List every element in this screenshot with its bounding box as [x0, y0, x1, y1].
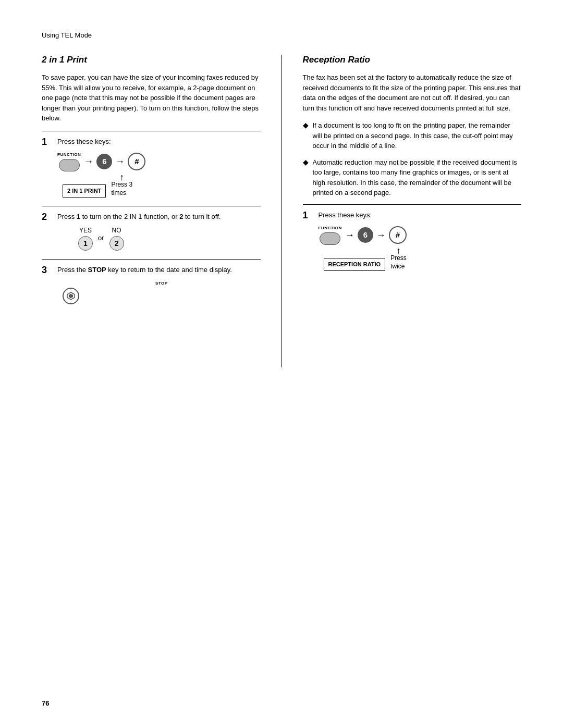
step-1-text: Press these keys: [57, 137, 261, 147]
up-arrow-right: ↑ [396, 247, 401, 254]
function-key-oval [59, 159, 80, 171]
bullet-1-text: If a document is too long to fit on the … [313, 120, 522, 151]
right-column: Reception Ratio The fax has been set at … [303, 55, 522, 277]
display-and-press-right: RECEPTION RATIO ↑ Press twice [324, 247, 522, 271]
stop-key [63, 288, 79, 304]
arrow-2: → [115, 155, 125, 169]
step-3-text: Press the STOP key to return to the date… [57, 265, 261, 275]
step-2: 2 Press 1 to turn on the 2 IN 1 function… [42, 212, 261, 254]
diamond-1: ◆ [303, 121, 309, 129]
page: Using TEL Mode 2 in 1 Print To save pape… [0, 0, 563, 728]
function-label: FUNCTION [57, 152, 81, 158]
page-header: Using TEL Mode [42, 31, 521, 39]
header-text: Using TEL Mode [42, 31, 92, 39]
display-box-right: RECEPTION RATIO [324, 256, 386, 271]
or-label: or [98, 233, 104, 243]
step-3-num: 3 [42, 265, 54, 276]
key-2-no: 2 [109, 236, 124, 251]
right-section-body: The fax has been set at the factory to a… [303, 72, 522, 113]
divider-3 [42, 259, 261, 260]
step-2-text: Press 1 to turn on the 2 IN 1 function, … [57, 212, 261, 222]
right-step-1-content: Press these keys: FUNCTION → 6 → # [319, 210, 522, 274]
press-3-times-label: Press 3 times [111, 181, 132, 197]
right-arrow-1: → [345, 228, 354, 242]
step-2-content: Press 1 to turn on the 2 IN 1 function, … [57, 212, 261, 254]
hash-key-left: # [128, 153, 145, 170]
key-6-left: 6 [96, 154, 112, 169]
right-hash-key: # [389, 226, 407, 244]
step-1-keys-row: FUNCTION → 6 → # [57, 152, 261, 171]
yes-label: YES [79, 226, 92, 235]
diamond-2: ◆ [303, 158, 309, 166]
arrow-1: → [84, 155, 93, 169]
bold-1: 1 [77, 213, 80, 220]
bold-2: 2 [179, 213, 183, 220]
left-section-title: 2 in 1 Print [42, 55, 261, 65]
key-1-yes: 1 [78, 236, 93, 251]
step-3: 3 Press the STOP key to return to the da… [42, 265, 261, 307]
step-2-num: 2 [42, 212, 54, 223]
step-1: 1 Press these keys: FUNCTION → 6 → [42, 137, 261, 201]
divider-1 [42, 131, 261, 131]
right-step-1-num: 1 [303, 210, 315, 221]
stop-key-section: STOP [63, 280, 261, 304]
step-3-content: Press the STOP key to return to the date… [57, 265, 261, 307]
function-key: FUNCTION [57, 152, 81, 171]
press-twice-label: Press twice [390, 254, 407, 270]
vertical-divider [282, 55, 282, 367]
right-function-key-oval [320, 232, 340, 245]
display-box-left: 2 IN 1 PRINT [63, 182, 106, 198]
right-section-title: Reception Ratio [303, 55, 522, 65]
bullet-2-row: ◆ Automatic reduction may not be possibl… [303, 157, 522, 198]
divider-2 [42, 206, 261, 206]
page-number: 76 [42, 699, 49, 707]
up-arrow-left: ↑ [119, 174, 124, 181]
step-1-num: 1 [42, 137, 54, 148]
svg-marker-1 [69, 294, 73, 298]
right-function-key: FUNCTION [319, 225, 342, 245]
bullet-1-row: ◆ If a document is too long to fit on th… [303, 120, 522, 151]
right-step-1-keys-row: FUNCTION → 6 → # [319, 225, 522, 245]
right-key-6: 6 [358, 227, 373, 243]
stop-icon [66, 291, 76, 301]
stop-label: STOP [63, 280, 261, 287]
right-step-1: 1 Press these keys: FUNCTION → 6 → # [303, 210, 522, 274]
divider-right [303, 204, 522, 205]
display-and-press-left: 2 IN 1 PRINT ↑ Press 3 times [63, 174, 261, 198]
no-label: NO [112, 226, 121, 235]
yes-no-row: YES 1 or NO 2 [78, 226, 261, 251]
right-function-label: FUNCTION [319, 225, 342, 231]
two-column-layout: 2 in 1 Print To save paper, you can have… [42, 55, 521, 367]
left-column: 2 in 1 Print To save paper, you can have… [42, 55, 261, 311]
step-1-content: Press these keys: FUNCTION → 6 → # [57, 137, 261, 201]
left-section-body: To save paper, you can have the size of … [42, 72, 261, 124]
right-arrow-2: → [376, 228, 386, 242]
bullet-2-text: Automatic reduction may not be possible … [313, 157, 522, 198]
stop-bold: STOP [88, 266, 106, 274]
right-step-1-text: Press these keys: [319, 210, 522, 220]
